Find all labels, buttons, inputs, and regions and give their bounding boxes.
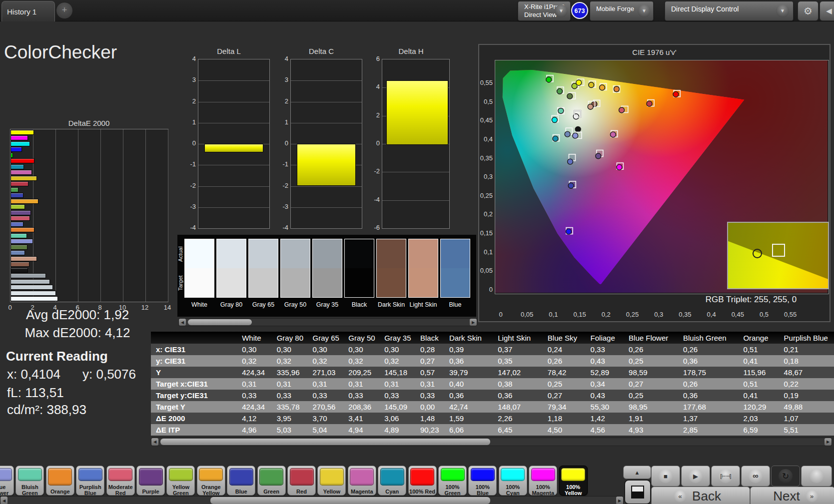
patch-button-blue[interactable]: Blue — [227, 466, 255, 496]
patch-color-chip — [169, 468, 193, 481]
stop-button[interactable]: ■ — [651, 466, 680, 487]
gridline — [198, 207, 269, 208]
next-chevrons-icon: » — [806, 490, 818, 502]
de-bar — [10, 285, 53, 290]
scroll-left-button[interactable]: ◀ — [179, 319, 186, 326]
gridline — [382, 172, 449, 172]
de-bar — [10, 279, 50, 284]
patch-button-100-green[interactable]: 100%Green — [438, 466, 467, 496]
table-cell: 2,26 — [495, 413, 545, 424]
meter-count-badge[interactable]: 673 — [571, 2, 588, 19]
refresh-icon: ↻ — [779, 469, 793, 483]
tab-history-1[interactable]: History 1 — [1, 1, 55, 21]
infinity-icon: ∞ — [749, 469, 763, 483]
de-bar — [10, 291, 56, 296]
de-bar — [10, 158, 34, 163]
swatch-label: Blue — [439, 301, 471, 308]
add-tab-button[interactable]: + — [56, 2, 73, 19]
scroll-left-button[interactable]: ◀ — [151, 438, 158, 446]
patch-button-100-blue[interactable]: 100%Blue — [468, 466, 497, 496]
table-cell: 0,26 — [545, 355, 588, 367]
patch-button-cyan[interactable]: Cyan — [378, 466, 406, 496]
back-label: Back — [692, 489, 721, 504]
y-tick-label: 0 — [278, 139, 288, 147]
table-cell: 147,02 — [495, 367, 545, 378]
table-scrollbar[interactable]: ◀ ▶ — [151, 438, 832, 446]
row-label: Target y:CIE31 — [151, 390, 239, 401]
target-color — [185, 268, 214, 297]
table-cell: 1,42 — [588, 413, 626, 424]
patch-button-100-red[interactable]: 100% Red — [408, 466, 437, 496]
refresh-button[interactable]: ↻ — [771, 466, 800, 487]
cie-zoom-inset — [727, 222, 829, 289]
patch-button-orange-yellow[interactable]: OrangeYellow — [197, 466, 225, 496]
de-bar — [10, 210, 31, 215]
patch-button-blue-flower[interactable]: BlueFlower — [0, 466, 14, 496]
source-dropdown[interactable]: Mobile Forge ▼ — [590, 1, 654, 21]
scrollbar-thumb[interactable] — [160, 439, 490, 445]
table-cell: 0,36 — [680, 355, 741, 367]
patch-button-100-cyan[interactable]: 100%Cyan — [499, 466, 527, 496]
left-arrow-icon: ◀ — [826, 6, 832, 15]
table-cell: 0,51 — [740, 344, 781, 355]
patch-button-100-yellow[interactable]: 100%Yellow — [559, 466, 588, 496]
column-header: Gray 80 — [274, 332, 310, 344]
meter-dropdown[interactable]: X-Rite i1Pro 3Direct View ▼ — [518, 1, 571, 21]
patch-button-orange[interactable]: Orange — [46, 466, 74, 496]
patch-button-purplish-blue[interactable]: PurplishBlue — [76, 466, 104, 496]
workflow-dropdown[interactable]: Direct Display Control ▼ — [665, 1, 794, 21]
patch-color-chip — [531, 468, 555, 481]
patch-label: BluishGreen — [16, 484, 43, 496]
blank-pattern-button[interactable] — [801, 466, 832, 487]
patch-button-yellow[interactable]: Yellow — [317, 466, 346, 496]
patch-button-100-magenta[interactable]: 100%Magenta — [529, 466, 557, 496]
column-header: Foliage — [588, 332, 626, 344]
patch-row-scrollbar[interactable]: ◀ ▶ — [0, 496, 624, 504]
patch-button-purple[interactable]: Purple — [136, 466, 165, 496]
patch-color-chip — [199, 468, 223, 481]
y-tick-label: -3 — [186, 203, 196, 210]
play-button[interactable]: ▶ — [681, 466, 710, 487]
swatch-label: Dark Skin — [375, 301, 407, 308]
delta-plot — [290, 59, 362, 229]
table-cell: 4,89 — [381, 424, 417, 436]
back-button[interactable]: « Back — [651, 487, 750, 504]
table-cell: 1,07 — [781, 413, 834, 424]
table-cell: 0,27 — [626, 378, 680, 390]
patch-button-moderate-red[interactable]: ModerateRed — [106, 466, 135, 496]
scrollbar-thumb[interactable] — [188, 319, 252, 325]
current-reading-heading: Current Reading — [6, 349, 108, 364]
scroll-right-button[interactable]: ▶ — [470, 319, 477, 326]
scroll-left-button[interactable]: ◀ — [0, 497, 7, 504]
actual-color — [313, 239, 342, 268]
scrollbar-thumb[interactable] — [210, 497, 490, 504]
scroll-right-button[interactable]: ▶ — [616, 497, 623, 504]
de-bar — [10, 227, 34, 232]
table-cell: 0,32 — [239, 355, 274, 367]
pattern-window-button[interactable] — [624, 480, 651, 504]
settings-button[interactable]: ⚙ — [798, 1, 819, 21]
patch-button-bluish-green[interactable]: BluishGreen — [15, 466, 44, 496]
loop-button[interactable]: ∞ — [741, 466, 770, 487]
collapse-panel-button[interactable]: ◀ — [820, 1, 834, 21]
patch-label: Yellow — [318, 489, 345, 495]
table-cell: 0,41 — [740, 390, 781, 401]
de-bar — [10, 170, 32, 175]
pattern-up-button[interactable]: ▲ — [623, 466, 651, 479]
stop-icon: ■ — [659, 469, 673, 483]
patch-button-red[interactable]: Red — [287, 466, 316, 496]
patch-button-yellow-green[interactable]: YellowGreen — [166, 466, 195, 496]
table-cell: 52,89 — [588, 367, 626, 378]
swatch-label: Black — [343, 301, 375, 308]
table-row: ΔE 20004,123,953,703,413,061,481,592,261… — [151, 413, 834, 424]
cie-x-tick: 0,4 — [701, 311, 723, 318]
patch-label: PurplishBlue — [76, 484, 104, 496]
scroll-right-button[interactable]: ▶ — [825, 438, 832, 446]
color-swatch — [280, 239, 310, 298]
cie-y-tick: 0,25 — [479, 192, 493, 199]
patch-button-magenta[interactable]: Magenta — [348, 466, 376, 496]
pattern-size-button[interactable]: [⊢⊣] — [711, 466, 740, 487]
next-button[interactable]: Next » — [750, 487, 834, 504]
swatch-scrollbar[interactable]: ◀ ▶ — [178, 318, 477, 326]
patch-button-green[interactable]: Green — [257, 466, 286, 496]
